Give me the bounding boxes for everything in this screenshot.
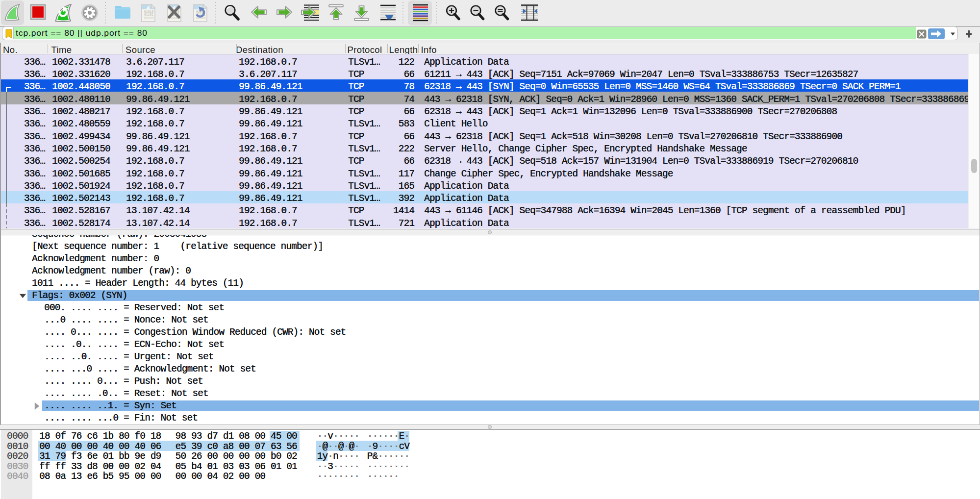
svg-text:01110: 01110 <box>144 17 153 20</box>
